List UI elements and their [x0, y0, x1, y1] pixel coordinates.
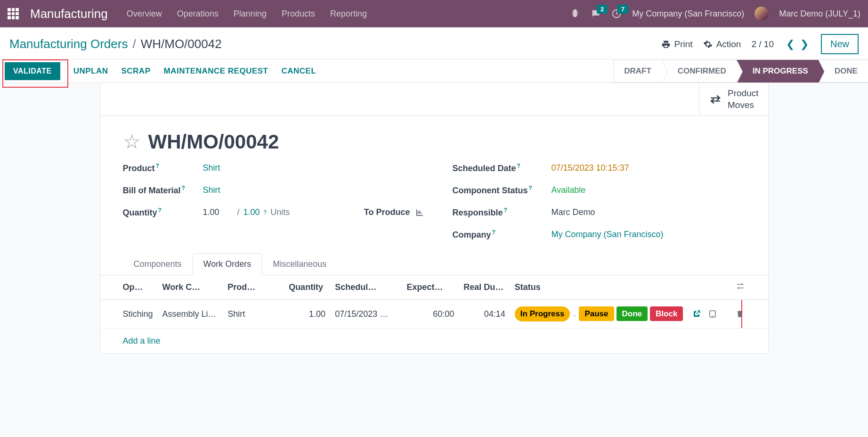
topnav-right: 2 7 My Company (San Francisco) Marc Demo…	[570, 7, 860, 21]
sliders-icon	[736, 282, 745, 290]
th-quantity: Quantity	[284, 275, 330, 300]
sched-value[interactable]: 07/15/2023 10:15:37	[552, 163, 629, 173]
product-label: Product?	[123, 163, 203, 173]
maintenance-button[interactable]: MAINTENANCE REQUEST	[163, 66, 268, 76]
company-selector[interactable]: My Company (San Francisco)	[632, 9, 744, 19]
cell-status: In Progress . Pause Done Block	[510, 300, 688, 329]
menu-operations[interactable]: Operations	[177, 9, 219, 19]
th-scheduled: Schedul…	[330, 275, 402, 300]
print-label: Print	[674, 39, 693, 49]
chart-icon[interactable]	[415, 208, 424, 217]
th-operation: Op…	[100, 275, 158, 300]
pause-button[interactable]: Pause	[579, 306, 614, 321]
action-button[interactable]: Action	[703, 39, 741, 49]
cancel-button[interactable]: CANCEL	[282, 66, 316, 76]
messages-icon[interactable]: 2	[591, 8, 601, 19]
quantity-label: Quantity?	[123, 207, 203, 218]
to-produce-label: To Produce	[364, 207, 410, 217]
action-bar: VALIDATE UNPLAN SCRAP MAINTENANCE REQUES…	[0, 59, 868, 83]
action-label: Action	[716, 39, 741, 49]
qty-separator: /	[237, 207, 240, 217]
cell-real: 04:14	[459, 300, 510, 329]
bom-value[interactable]: Shirt	[203, 185, 220, 195]
cell-expected: 60:00	[402, 300, 459, 329]
quantity-done[interactable]: 1.00	[243, 207, 260, 217]
field-grid: Product? Shirt Bill of Material? Shirt Q…	[100, 163, 768, 253]
status-confirmed[interactable]: CONFIRMED	[662, 60, 737, 82]
table-row[interactable]: Stiching Assembly Li… Shirt 1.00 07/15/2…	[100, 300, 768, 329]
status-in-progress[interactable]: IN PROGRESS	[737, 60, 819, 82]
unplan-button[interactable]: UNPLAN	[73, 66, 108, 76]
menu-reporting[interactable]: Reporting	[330, 9, 367, 19]
company-value[interactable]: My Company (San Francisco)	[552, 230, 664, 239]
block-button[interactable]: Block	[650, 306, 683, 321]
th-real: Real Du…	[459, 275, 510, 300]
print-icon	[661, 40, 671, 49]
breadcrumb-separator: /	[132, 37, 136, 51]
cell-workcenter: Assembly Li…	[158, 300, 223, 329]
work-orders-table: Op… Work C… Prod… Quantity Schedul… Expe…	[100, 275, 768, 354]
done-button[interactable]: Done	[617, 306, 648, 321]
activity-icon[interactable]: 7	[611, 8, 622, 19]
qty-help-icon: ?	[264, 209, 267, 216]
tab-components[interactable]: Components	[123, 253, 193, 275]
print-button[interactable]: Print	[661, 39, 693, 49]
pager-next-icon[interactable]: ❯	[798, 38, 811, 50]
tab-miscellaneous[interactable]: Miscellaneous	[262, 253, 337, 275]
user-avatar[interactable]	[754, 7, 769, 21]
breadcrumb-current: WH/MO/00042	[141, 37, 222, 51]
tabs: Components Work Orders Miscellaneous	[100, 253, 768, 275]
th-product: Prod…	[223, 275, 284, 300]
tab-work-orders[interactable]: Work Orders	[193, 253, 262, 275]
validate-button[interactable]: VALIDATE	[5, 62, 60, 80]
sheet-top: Product Moves	[100, 83, 768, 116]
form-sheet: Product Moves ☆ WH/MO/00042 Product? Shi…	[100, 83, 769, 354]
pager-prev-icon[interactable]: ❮	[784, 38, 796, 50]
action-buttons: VALIDATE UNPLAN SCRAP MAINTENANCE REQUES…	[0, 62, 316, 80]
cell-operation: Stiching	[100, 300, 158, 329]
menu-overview[interactable]: Overview	[127, 9, 162, 19]
app-brand: Manufacturing	[30, 7, 108, 21]
statusbar: DRAFT CONFIRMED IN PROGRESS DONE	[613, 60, 868, 82]
tablet-icon[interactable]	[708, 310, 717, 318]
quantity-unit: Units	[270, 207, 290, 217]
top-menu: Overview Operations Planning Products Re…	[127, 9, 367, 19]
th-status: Status	[510, 275, 688, 300]
favorite-star-icon[interactable]: ☆	[123, 130, 141, 153]
cell-product: Shirt	[223, 300, 284, 329]
menu-planning[interactable]: Planning	[234, 9, 267, 19]
new-button[interactable]: New	[821, 34, 859, 54]
debug-icon[interactable]	[570, 8, 580, 19]
table-header-row: Op… Work C… Prod… Quantity Schedul… Expe…	[100, 275, 768, 300]
status-draft[interactable]: DRAFT	[613, 60, 662, 82]
add-line-button[interactable]: Add a line	[100, 329, 768, 354]
product-moves-label: Product Moves	[728, 88, 758, 111]
delete-row-icon[interactable]	[736, 310, 747, 318]
cell-scheduled: 07/15/2023 …	[330, 300, 402, 329]
comp-status-label: Component Status?	[453, 185, 552, 196]
cell-quantity: 1.00	[284, 300, 330, 329]
breadcrumb-root[interactable]: Manufacturing Orders	[9, 37, 128, 51]
th-settings[interactable]	[731, 275, 768, 300]
cell-icons	[688, 300, 731, 329]
external-link-icon[interactable]	[692, 310, 701, 318]
pager-count: 2 / 10	[751, 39, 774, 49]
product-moves-button[interactable]: Product Moves	[699, 83, 768, 115]
record-title: ☆ WH/MO/00042	[100, 116, 768, 163]
scrap-button[interactable]: SCRAP	[121, 66, 150, 76]
order-name: WH/MO/00042	[148, 131, 279, 153]
quantity-value[interactable]: 1.00	[203, 207, 219, 217]
bom-label: Bill of Material?	[123, 185, 203, 196]
breadcrumb-bar: Manufacturing Orders / WH/MO/00042 Print…	[0, 27, 868, 59]
sched-label: Scheduled Date?	[453, 163, 552, 173]
apps-launcher-icon[interactable]	[8, 8, 19, 19]
menu-products[interactable]: Products	[282, 9, 315, 19]
breadcrumb-actions: Print Action 2 / 10 ❮ ❯ New	[661, 34, 859, 54]
status-pill: In Progress	[515, 306, 570, 322]
activity-badge: 7	[617, 5, 628, 14]
resp-label: Responsible?	[453, 207, 552, 218]
resp-value[interactable]: Marc Demo	[552, 207, 595, 217]
status-done[interactable]: DONE	[819, 60, 868, 82]
product-value[interactable]: Shirt	[203, 163, 220, 173]
user-name[interactable]: Marc Demo (JULY_1)	[779, 9, 860, 19]
